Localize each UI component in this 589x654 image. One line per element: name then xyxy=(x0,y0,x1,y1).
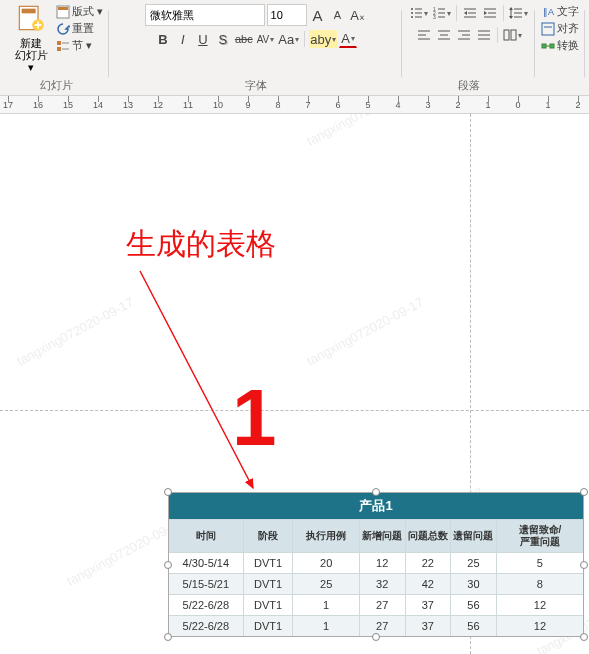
align-justify-button[interactable] xyxy=(475,26,493,44)
bold-button[interactable]: B xyxy=(154,30,172,48)
group-slides: 新建幻灯片 ▾ 版式 ▾ 重置 节 ▾ 幻灯片 xyxy=(4,4,109,95)
resize-handle-e[interactable] xyxy=(580,561,588,569)
table-cell[interactable]: 12 xyxy=(496,595,583,616)
table-cell[interactable]: 25 xyxy=(293,574,359,595)
table-cell[interactable]: 5/15-5/21 xyxy=(169,574,244,595)
svg-rect-54 xyxy=(550,44,554,48)
indent-button[interactable] xyxy=(481,4,499,22)
svg-text:‖A: ‖A xyxy=(543,7,554,17)
table-cell[interactable]: 27 xyxy=(359,595,405,616)
resize-handle-s[interactable] xyxy=(372,633,380,641)
svg-point-13 xyxy=(411,12,413,14)
italic-button[interactable]: I xyxy=(174,30,192,48)
table-cell[interactable]: 25 xyxy=(451,553,497,574)
table-cell[interactable]: 12 xyxy=(359,553,405,574)
table-cell[interactable]: 56 xyxy=(451,616,497,637)
underline-button[interactable]: U xyxy=(194,30,212,48)
data-table[interactable]: 产品1 时间阶段执行用例新增问题问题总数遗留问题遗留致命/严重问题 4/30-5… xyxy=(168,492,584,637)
table-cell[interactable]: 32 xyxy=(359,574,405,595)
resize-handle-se[interactable] xyxy=(580,633,588,641)
font-size-combo[interactable] xyxy=(267,4,307,26)
table-cell[interactable]: 4/30-5/14 xyxy=(169,553,244,574)
char-spacing-button[interactable]: AV▾ xyxy=(256,30,276,48)
shadow-button[interactable]: S xyxy=(214,30,232,48)
table-cell[interactable]: DVT1 xyxy=(243,616,293,637)
outdent-icon xyxy=(463,6,477,20)
align-justify-icon xyxy=(477,28,491,42)
table-cell[interactable]: 5/22-6/28 xyxy=(169,616,244,637)
table-header: 问题总数 xyxy=(405,520,451,553)
table-object[interactable]: 产品1 时间阶段执行用例新增问题问题总数遗留问题遗留致命/严重问题 4/30-5… xyxy=(168,492,584,637)
highlight-button[interactable]: aby▾ xyxy=(309,30,337,48)
horizontal-guide xyxy=(0,410,589,411)
table-cell[interactable]: 42 xyxy=(405,574,451,595)
svg-rect-8 xyxy=(57,47,61,51)
font-name-combo[interactable] xyxy=(145,4,265,26)
text-direction-button[interactable]: ‖A文字 xyxy=(541,4,579,19)
table-cell[interactable]: 37 xyxy=(405,616,451,637)
watermark: tangxing072020-09-17 xyxy=(304,294,426,368)
table-title: 产品1 xyxy=(169,493,584,520)
layout-button[interactable]: 版式 ▾ xyxy=(56,4,103,19)
align-center-button[interactable] xyxy=(435,26,453,44)
svg-marker-35 xyxy=(509,16,513,19)
table-cell[interactable]: 30 xyxy=(451,574,497,595)
resize-handle-nw[interactable] xyxy=(164,488,172,496)
indent-icon xyxy=(483,6,497,20)
columns-icon xyxy=(503,28,517,42)
strike-button[interactable]: abc xyxy=(234,30,254,48)
table-cell[interactable]: 1 xyxy=(293,595,359,616)
shrink-font-button[interactable]: A xyxy=(329,6,347,24)
resize-handle-n[interactable] xyxy=(372,488,380,496)
group-paragraph: ▾ 123▾ ▾ ▾ 段落 xyxy=(402,4,535,95)
table-cell[interactable]: 12 xyxy=(496,616,583,637)
reset-button[interactable]: 重置 xyxy=(56,21,103,36)
line-spacing-button[interactable]: ▾ xyxy=(508,4,529,22)
resize-handle-ne[interactable] xyxy=(580,488,588,496)
section-button[interactable]: 节 ▾ xyxy=(56,38,103,53)
table-cell[interactable]: DVT1 xyxy=(243,574,293,595)
new-slide-icon xyxy=(17,4,45,32)
convert-smartart-button[interactable]: 转换 xyxy=(541,38,579,53)
align-left-button[interactable] xyxy=(415,26,433,44)
outdent-button[interactable] xyxy=(461,4,479,22)
clear-format-button[interactable]: Aₓ xyxy=(349,6,367,24)
resize-handle-sw[interactable] xyxy=(164,633,172,641)
svg-rect-6 xyxy=(58,7,68,10)
slide-canvas[interactable]: tangxing072020-09-17 tangxing072020-09-1… xyxy=(0,114,589,654)
resize-handle-w[interactable] xyxy=(164,561,172,569)
table-cell[interactable]: 5/22-6/28 xyxy=(169,595,244,616)
columns-button[interactable]: ▾ xyxy=(502,26,523,44)
reset-icon xyxy=(56,22,70,36)
svg-rect-49 xyxy=(511,30,516,40)
svg-marker-26 xyxy=(464,11,467,15)
font-color-button[interactable]: A▾ xyxy=(339,30,357,48)
table-row[interactable]: 5/22-6/28DVT1127375612 xyxy=(169,595,584,616)
numbering-button[interactable]: 123▾ xyxy=(431,4,452,22)
watermark: tangxing072020-09-17 xyxy=(304,114,426,149)
text-direction-icon: ‖A xyxy=(541,5,555,19)
table-cell[interactable]: DVT1 xyxy=(243,553,293,574)
table-cell[interactable]: 1 xyxy=(293,616,359,637)
svg-rect-53 xyxy=(542,44,546,48)
align-right-button[interactable] xyxy=(455,26,473,44)
smartart-icon xyxy=(541,39,555,53)
group-slides-label: 幻灯片 xyxy=(40,78,73,95)
horizontal-ruler[interactable]: 1716151413121110987654321012 xyxy=(0,96,589,114)
table-cell[interactable]: 5 xyxy=(496,553,583,574)
table-row[interactable]: 4/30-5/14DVT1201222255 xyxy=(169,553,584,574)
new-slide-label: 新建幻灯片 ▾ xyxy=(10,37,52,73)
table-cell[interactable]: 22 xyxy=(405,553,451,574)
new-slide-button[interactable]: 新建幻灯片 ▾ xyxy=(10,4,52,73)
table-cell[interactable]: 8 xyxy=(496,574,583,595)
table-cell[interactable]: DVT1 xyxy=(243,595,293,616)
table-cell[interactable]: 27 xyxy=(359,616,405,637)
bullets-button[interactable]: ▾ xyxy=(408,4,429,22)
grow-font-button[interactable]: A xyxy=(309,6,327,24)
align-text-button[interactable]: 对齐 xyxy=(541,21,579,36)
change-case-button[interactable]: Aa▾ xyxy=(277,30,300,48)
table-cell[interactable]: 56 xyxy=(451,595,497,616)
table-cell[interactable]: 20 xyxy=(293,553,359,574)
table-row[interactable]: 5/15-5/21DVT1253242308 xyxy=(169,574,584,595)
table-cell[interactable]: 37 xyxy=(405,595,451,616)
